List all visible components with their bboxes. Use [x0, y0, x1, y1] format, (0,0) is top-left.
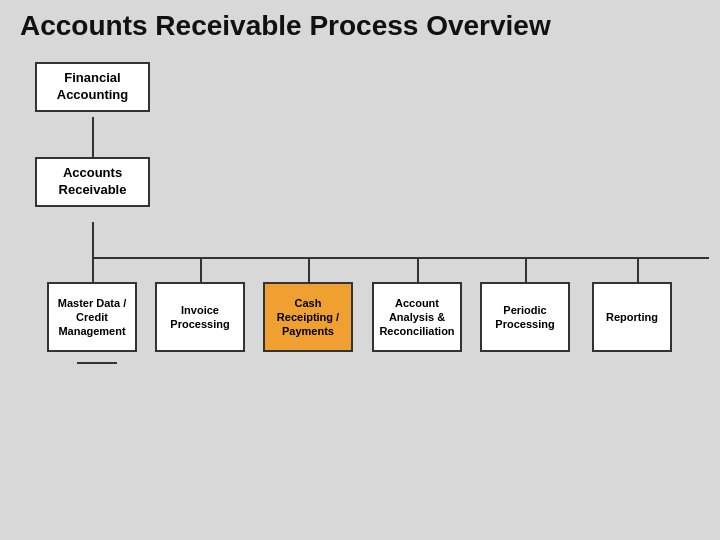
line-ar-down: [92, 222, 94, 257]
financial-accounting-box: Financial Accounting: [35, 62, 150, 112]
horizontal-connector-line: [92, 257, 709, 259]
accounts-receivable-box: Accounts Receivable: [35, 157, 150, 207]
master-data-box: Master Data / Credit Management: [47, 282, 137, 352]
line-fa-to-ar: [92, 117, 94, 157]
account-analysis-box: Account Analysis & Reconciliation: [372, 282, 462, 352]
invoice-processing-box: Invoice Processing: [155, 282, 245, 352]
page: Accounts Receivable Process Overview Fin…: [0, 0, 720, 540]
reporting-box: Reporting: [592, 282, 672, 352]
cash-receipting-box: Cash Receipting / Payments: [263, 282, 353, 352]
line-drop-1: [92, 257, 94, 282]
page-title: Accounts Receivable Process Overview: [20, 10, 700, 42]
line-drop-2: [200, 257, 202, 282]
hierarchy-diagram: Financial Accounting Accounts Receivable…: [20, 62, 720, 492]
line-drop-6: [637, 257, 639, 282]
line-drop-3: [308, 257, 310, 282]
line-drop-5: [525, 257, 527, 282]
detail-line-ar: [77, 362, 117, 364]
periodic-processing-box: Periodic Processing: [480, 282, 570, 352]
line-drop-4: [417, 257, 419, 282]
